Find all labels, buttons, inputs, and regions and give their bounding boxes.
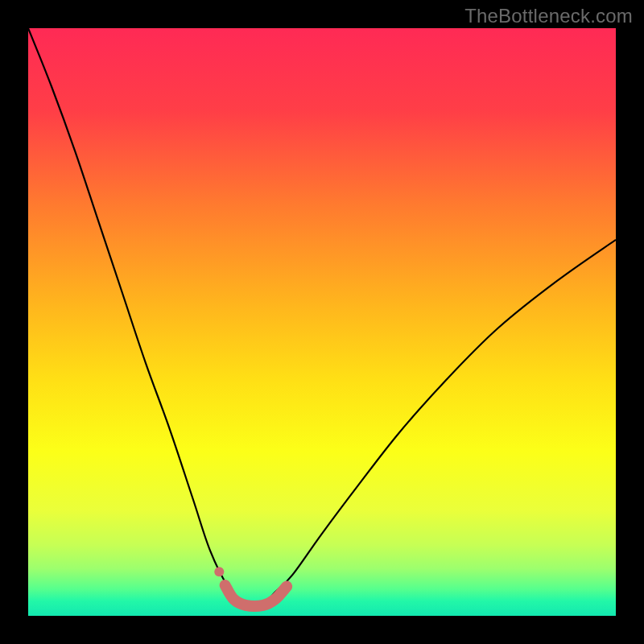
optimal-range-dot — [214, 567, 224, 576]
optimal-range-highlight — [225, 585, 287, 606]
plot-area — [28, 28, 616, 616]
chart-frame: TheBottleneck.com — [0, 0, 644, 644]
bottleneck-curve — [28, 28, 616, 606]
curve-layer — [28, 28, 616, 616]
watermark-text: TheBottleneck.com — [464, 5, 633, 27]
